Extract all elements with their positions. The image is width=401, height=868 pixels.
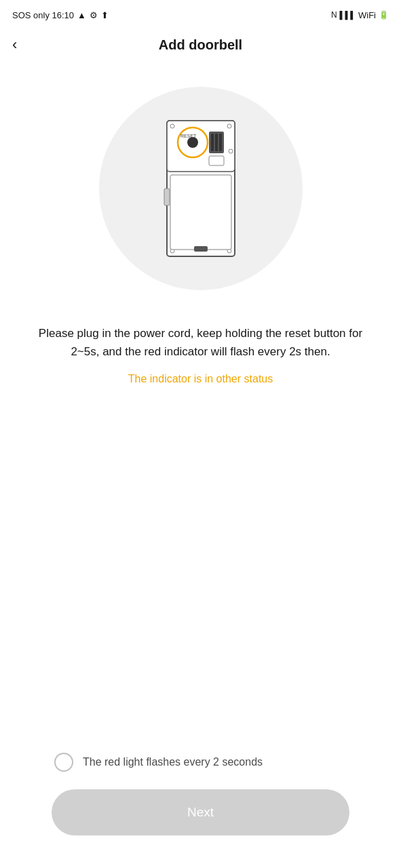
instructions-section: Please plug in the power cord, keep hold… (0, 304, 401, 395)
svg-rect-17 (194, 246, 208, 252)
wifi-icon: WiFi (358, 10, 376, 20)
svg-rect-13 (215, 134, 218, 151)
battery-alert-icon: 🔋 (379, 10, 389, 20)
upload-icon: ⬆ (101, 10, 109, 20)
header: ‹ Add doorbell (0, 27, 401, 66)
radio-label: The red light flashes every 2 seconds (83, 756, 263, 768)
settings-icon: ⚙ (90, 10, 98, 20)
svg-rect-15 (209, 156, 224, 165)
svg-rect-12 (211, 134, 214, 151)
radio-button[interactable] (54, 753, 73, 772)
status-text: SOS only 16:10 (12, 10, 74, 20)
svg-text:RESET: RESET (180, 134, 197, 138)
status-left: SOS only 16:10 ▲ ⚙ ⬆ (12, 10, 109, 20)
page-title: Add doorbell (159, 37, 242, 53)
illustration-circle: RESET (99, 87, 303, 290)
svg-rect-14 (219, 134, 222, 151)
radio-option[interactable]: The red light flashes every 2 seconds (52, 753, 349, 772)
location-icon: ▲ (77, 10, 86, 20)
status-bar: SOS only 16:10 ▲ ⚙ ⬆ N ▌▌▌ WiFi 🔋 (0, 0, 401, 27)
svg-rect-1 (167, 121, 235, 172)
instructions-text: Please plug in the power cord, keep hold… (33, 324, 368, 361)
svg-rect-16 (170, 175, 231, 250)
indicator-status-link[interactable]: The indicator is in other status (33, 373, 368, 385)
illustration-container: RESET (0, 66, 401, 304)
next-button[interactable]: Next (52, 789, 349, 835)
back-button[interactable]: ‹ (12, 37, 17, 52)
nfc-icon: N (331, 10, 337, 20)
signal-bars-icon: ▌▌▌ (340, 11, 356, 19)
svg-rect-6 (164, 189, 170, 205)
status-right: N ▌▌▌ WiFi 🔋 (331, 10, 389, 20)
bottom-section: The red light flashes every 2 seconds Ne… (0, 753, 401, 868)
doorbell-illustration: RESET (147, 114, 255, 263)
svg-point-9 (187, 137, 198, 148)
